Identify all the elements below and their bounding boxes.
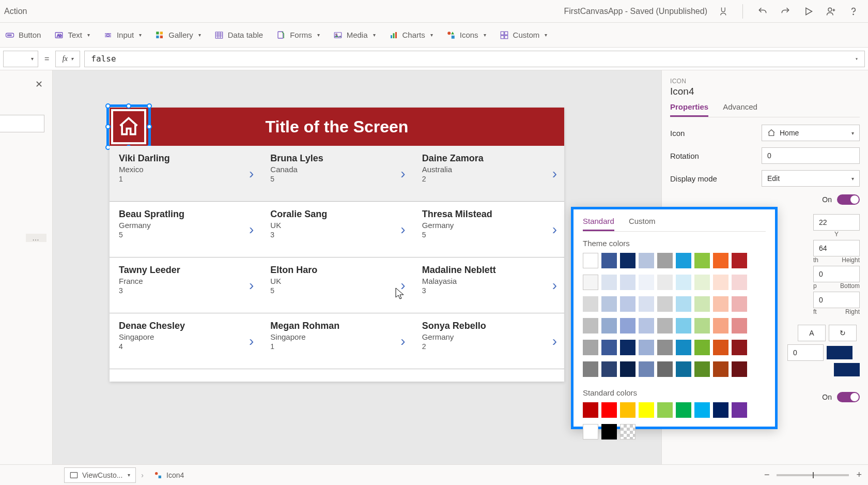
prop-num-input[interactable]: 0	[787, 344, 824, 361]
color-swatch[interactable]	[639, 275, 654, 290]
tree-item-overflow[interactable]: …	[26, 234, 47, 242]
color-swatch[interactable]	[676, 275, 691, 290]
color-swatch[interactable]	[601, 402, 617, 418]
chevron-right-icon[interactable]: ›	[552, 277, 557, 294]
color-swatch[interactable]	[620, 296, 636, 312]
color-swatch[interactable]	[639, 253, 654, 268]
app-canvas[interactable]: Title of the Screen Viki DarlingMexico1›…	[110, 108, 564, 382]
color-swatch[interactable]	[601, 340, 617, 355]
ribbon-media[interactable]: Media▾	[333, 31, 376, 40]
gallery-item[interactable]: Bruna LylesCanada5›	[261, 146, 412, 202]
chevron-right-icon[interactable]: ›	[249, 165, 254, 182]
zoom-out[interactable]: −	[764, 469, 770, 480]
ribbon-gallery[interactable]: Gallery▾	[155, 31, 201, 40]
chevron-right-icon[interactable]: ›	[249, 277, 254, 294]
color-swatch[interactable]	[583, 275, 598, 290]
color-swatch[interactable]	[694, 253, 710, 268]
prop-height-input[interactable]: 0	[813, 266, 860, 282]
toggle-visible[interactable]	[837, 194, 860, 205]
app-checker-icon[interactable]	[718, 6, 728, 17]
gallery-item[interactable]: Beau SpratlingGermany5›	[110, 202, 261, 257]
colorpicker-tab-standard[interactable]: Standard	[583, 217, 614, 231]
chevron-right-icon[interactable]: ›	[249, 333, 254, 350]
tab-properties[interactable]: Properties	[670, 102, 708, 117]
color-swatch[interactable]	[657, 361, 673, 377]
color-swatch[interactable]	[713, 253, 729, 268]
toggle-2[interactable]	[837, 392, 860, 402]
color-swatch[interactable]	[694, 318, 710, 334]
color-swatch[interactable]	[601, 296, 617, 312]
prop-y-input[interactable]: 64	[813, 240, 860, 256]
color-swatch[interactable]	[732, 318, 747, 334]
color-swatch[interactable]	[620, 253, 636, 268]
color-swatch[interactable]	[694, 296, 710, 312]
breadcrumb-screen[interactable]: ViewCusto...▾	[64, 467, 136, 483]
gallery-item[interactable]: Madaline NeblettMalayasia3›	[413, 257, 564, 313]
ribbon-button[interactable]: Button	[5, 31, 41, 40]
color-swatch[interactable]	[713, 361, 729, 377]
color-swatch[interactable]	[583, 318, 598, 334]
fx-button[interactable]: fx▾	[55, 51, 80, 67]
gallery-item[interactable]: Sonya RebelloGermany2›	[413, 313, 564, 369]
gallery-item[interactable]: Megan RohmanSingapore1›	[261, 313, 412, 369]
color-reset-icon[interactable]: ↻	[829, 325, 857, 341]
color-swatch[interactable]	[601, 275, 617, 290]
color-swatch[interactable]	[676, 253, 691, 268]
color-swatch[interactable]	[601, 318, 617, 334]
color-swatch[interactable]	[694, 402, 710, 418]
color-swatch[interactable]	[657, 296, 673, 312]
help-icon[interactable]	[848, 6, 859, 17]
color-swatch[interactable]	[639, 340, 654, 355]
color-swatch[interactable]	[676, 318, 691, 334]
color-swatch[interactable]	[657, 340, 673, 355]
color-swatch[interactable]	[583, 361, 598, 377]
share-icon[interactable]	[826, 6, 836, 17]
color-swatch[interactable]	[694, 275, 710, 290]
color-swatch[interactable]	[713, 296, 729, 312]
color-swatch[interactable]	[732, 253, 747, 268]
ribbon-text[interactable]: AbText▾	[54, 31, 90, 40]
color-swatch-2[interactable]	[834, 363, 860, 376]
ribbon-charts[interactable]: Charts▾	[389, 31, 433, 40]
prop-x-input[interactable]: 22	[813, 214, 860, 231]
color-swatch[interactable]	[732, 361, 747, 377]
color-swatch[interactable]	[676, 402, 691, 418]
tab-action[interactable]: Action	[4, 7, 27, 16]
tree-search-input[interactable]	[0, 115, 44, 132]
color-swatch[interactable]	[713, 318, 729, 334]
color-swatch-1[interactable]	[827, 346, 853, 359]
undo-icon[interactable]	[757, 6, 768, 17]
color-swatch[interactable]	[583, 402, 598, 418]
home-icon[interactable]	[111, 109, 146, 144]
prop-bottom-input[interactable]: 0	[813, 292, 860, 308]
color-swatch[interactable]	[732, 402, 747, 418]
redo-icon[interactable]	[780, 6, 791, 17]
prop-displaymode-dropdown[interactable]: Edit▾	[762, 170, 860, 187]
color-swatch[interactable]	[657, 318, 673, 334]
prop-icon-dropdown[interactable]: Home ▾	[762, 125, 860, 141]
color-swatch[interactable]	[639, 318, 654, 334]
color-swatch[interactable]	[713, 402, 729, 418]
ribbon-input[interactable]: Input▾	[103, 31, 142, 40]
color-swatch[interactable]	[620, 424, 636, 439]
property-dropdown[interactable]: ▾	[3, 51, 38, 67]
color-swatch[interactable]	[657, 275, 673, 290]
breadcrumb-control[interactable]: Icon4	[149, 467, 189, 483]
color-swatch[interactable]	[601, 361, 617, 377]
zoom-slider[interactable]	[777, 474, 849, 476]
chevron-right-icon[interactable]: ›	[400, 165, 405, 182]
color-swatch[interactable]	[657, 402, 673, 418]
color-swatch[interactable]	[713, 340, 729, 355]
color-swatch[interactable]	[583, 253, 598, 268]
prop-rotation-input[interactable]: 0	[762, 147, 860, 164]
color-swatch[interactable]	[601, 424, 617, 439]
color-swatch[interactable]	[583, 340, 598, 355]
color-swatch[interactable]	[639, 402, 654, 418]
gallery-item[interactable]: Tawny LeederFrance3›	[110, 257, 261, 313]
gallery-item[interactable]: Thresa MilsteadGermany5›	[413, 202, 564, 257]
color-swatch[interactable]	[694, 361, 710, 377]
close-icon[interactable]: ✕	[35, 79, 43, 90]
color-swatch[interactable]	[583, 296, 598, 312]
chevron-right-icon[interactable]: ›	[552, 221, 557, 238]
color-swatch[interactable]	[676, 340, 691, 355]
